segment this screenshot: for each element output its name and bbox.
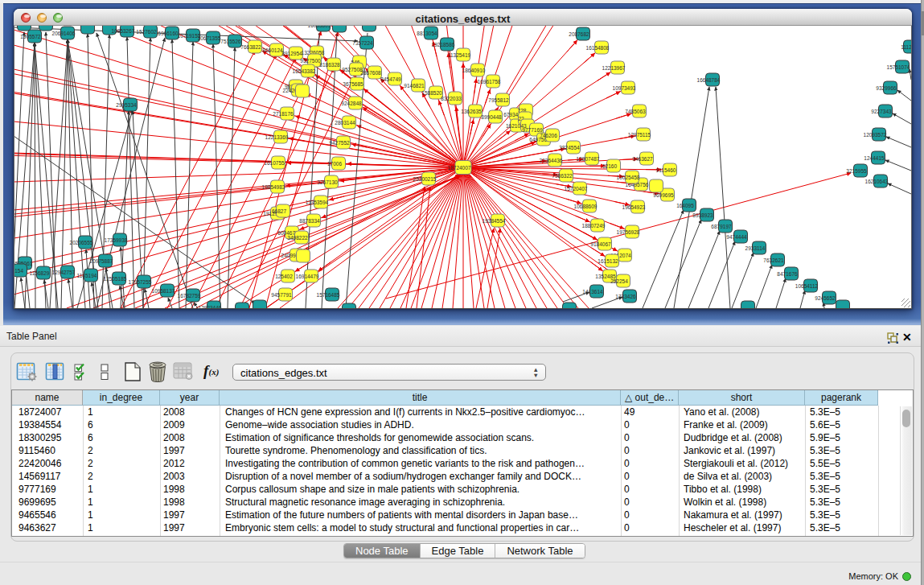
- svg-text:1112: 1112: [901, 44, 911, 50]
